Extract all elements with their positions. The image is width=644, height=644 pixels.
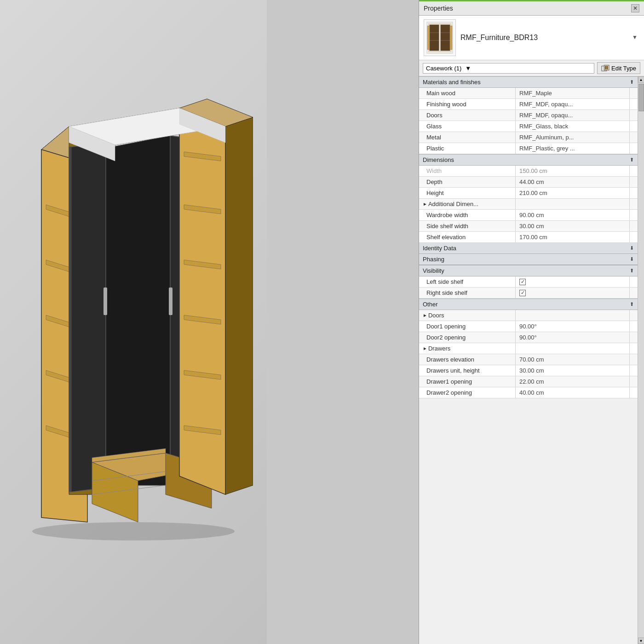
svg-marker-25: [225, 117, 253, 494]
prop-row-width: Width 150.00 cm: [419, 166, 638, 177]
prop-label-drawers-unit-height: Drawers unit, height: [419, 365, 516, 376]
prop-value-door2[interactable]: 90.00°: [516, 332, 629, 343]
prop-icon-right-shelf: [629, 288, 638, 298]
close-button[interactable]: ✕: [631, 4, 639, 12]
family-thumbnail: [424, 19, 456, 56]
prop-icon-drawers-elevation: [629, 354, 638, 365]
svg-marker-26: [179, 108, 225, 494]
prop-icon-drawers-group: [629, 343, 638, 354]
svg-rect-49: [605, 66, 606, 69]
prop-label-right-shelf: Right side shelf: [419, 288, 516, 298]
prop-value-right-shelf[interactable]: ✓: [516, 288, 629, 298]
prop-value-left-shelf[interactable]: ✓: [516, 276, 629, 287]
prop-row-glass: Glass RMF_Glass, black: [419, 121, 638, 132]
prop-icon-drawer1: [629, 376, 638, 387]
prop-value-wardrobe-width[interactable]: 90.00 cm: [516, 210, 629, 220]
prop-icon-doors-mat: [629, 110, 638, 121]
prop-value-additional-dim: [516, 199, 629, 209]
section-identity-collapse: ⬇: [630, 245, 634, 251]
prop-icon-metal: [629, 132, 638, 143]
prop-row-side-shelf-width: Side shelf width 30.00 cm: [419, 221, 638, 232]
prop-value-metal[interactable]: RMF_Aluminum, p...: [516, 132, 629, 143]
prop-value-drawers-group: [516, 343, 629, 354]
prop-value-drawer2[interactable]: 40.00 cm: [516, 387, 629, 398]
prop-row-additional-dim: Additional Dimen...: [419, 199, 638, 210]
prop-label-main-wood: Main wood: [419, 88, 516, 98]
prop-icon-glass: [629, 121, 638, 132]
scroll-up-button[interactable]: ▲: [638, 76, 644, 83]
scroll-down-button[interactable]: ▼: [638, 638, 644, 644]
prop-label-plastic: Plastic: [419, 143, 516, 154]
prop-value-finishing-wood[interactable]: RMF_MDF, opaqu...: [516, 99, 629, 109]
prop-value-glass[interactable]: RMF_Glass, black: [516, 121, 629, 132]
prop-label-metal: Metal: [419, 132, 516, 143]
prop-label-depth: Depth: [419, 177, 516, 187]
section-visibility-label: Visibility: [423, 267, 444, 274]
prop-value-width[interactable]: 150.00 cm: [516, 166, 629, 176]
prop-label-drawers-elevation: Drawers elevation: [419, 354, 516, 365]
prop-row-drawer2: Drawer2 opening 40.00 cm: [419, 387, 638, 398]
prop-value-plastic[interactable]: RMF_Plastic, grey ...: [516, 143, 629, 154]
svg-rect-40: [427, 26, 430, 50]
prop-value-doors-mat[interactable]: RMF_MDF, opaqu...: [516, 110, 629, 121]
prop-label-drawer1: Drawer1 opening: [419, 376, 516, 387]
prop-value-door1[interactable]: 90.00°: [516, 321, 629, 332]
prop-row-height: Height 210.00 cm: [419, 188, 638, 199]
prop-icon-side-shelf-width: [629, 221, 638, 231]
svg-rect-41: [450, 26, 452, 50]
prop-value-depth[interactable]: 44.00 cm: [516, 177, 629, 187]
section-materials[interactable]: Materials and finishes ⬆: [419, 76, 638, 88]
prop-label-additional-dim[interactable]: Additional Dimen...: [419, 199, 516, 209]
prop-row-main-wood: Main wood RMF_Maple: [419, 88, 638, 99]
section-visibility-collapse: ⬆: [630, 268, 634, 274]
category-bar: Casework (1) ▼ Edit Type: [419, 60, 644, 76]
section-dimensions[interactable]: Dimensions ⬆: [419, 154, 638, 166]
svg-marker-13: [69, 143, 106, 492]
section-phasing[interactable]: Phasing ⬇: [419, 254, 638, 265]
prop-row-wardrobe-width: Wardrobe width 90.00 cm: [419, 210, 638, 221]
edit-type-label: Edit Type: [611, 65, 636, 72]
prop-label-doors-group[interactable]: Doors: [419, 310, 516, 321]
prop-row-finishing-wood: Finishing wood RMF_MDF, opaqu...: [419, 99, 638, 110]
scroll-bar: ▲ ▼: [638, 76, 644, 644]
edit-type-button[interactable]: Edit Type: [597, 62, 640, 74]
prop-row-doors-mat: Doors RMF_MDF, opaqu...: [419, 110, 638, 121]
prop-value-drawers-unit-height[interactable]: 30.00 cm: [516, 365, 629, 376]
prop-value-shelf-elevation[interactable]: 170.00 cm: [516, 232, 629, 242]
prop-row-drawers-elevation: Drawers elevation 70.00 cm: [419, 354, 638, 365]
section-other-collapse: ⬆: [630, 301, 634, 307]
prop-label-drawers-group[interactable]: Drawers: [419, 343, 516, 354]
prop-label-width: Width: [419, 166, 516, 176]
checkbox-right-shelf[interactable]: ✓: [519, 290, 526, 296]
prop-row-shelf-elevation: Shelf elevation 170.00 cm: [419, 232, 638, 243]
prop-value-side-shelf-width[interactable]: 30.00 cm: [516, 221, 629, 231]
prop-value-drawers-elevation[interactable]: 70.00 cm: [516, 354, 629, 365]
prop-icon-doors-group: [629, 310, 638, 321]
panel-inner: Materials and finishes ⬆ Main wood RMF_M…: [419, 76, 644, 644]
svg-rect-38: [430, 25, 439, 51]
prop-label-left-shelf: Left side shelf: [419, 276, 516, 287]
prop-label-door1: Door1 opening: [419, 321, 516, 332]
category-dropdown-arrow[interactable]: ▼: [465, 65, 471, 72]
section-materials-label: Materials and finishes: [423, 79, 481, 86]
category-select[interactable]: Casework (1) ▼: [423, 63, 594, 74]
prop-label-finishing-wood: Finishing wood: [419, 99, 516, 109]
scroll-thumb[interactable]: [638, 84, 644, 111]
section-phasing-label: Phasing: [423, 256, 444, 263]
checkbox-left-shelf[interactable]: ✓: [519, 279, 526, 285]
prop-icon-door2: [629, 332, 638, 343]
family-dropdown-arrow[interactable]: ▼: [632, 34, 639, 41]
prop-value-drawer1[interactable]: 22.00 cm: [516, 376, 629, 387]
section-visibility[interactable]: Visibility ⬆: [419, 265, 638, 276]
properties-content[interactable]: Materials and finishes ⬆ Main wood RMF_M…: [419, 76, 638, 644]
category-label: Casework (1): [426, 65, 461, 72]
svg-rect-50: [607, 66, 608, 69]
prop-value-height[interactable]: 210.00 cm: [516, 188, 629, 198]
prop-row-doors-group: Doors: [419, 310, 638, 321]
prop-icon-door1: [629, 321, 638, 332]
prop-value-main-wood[interactable]: RMF_Maple: [516, 88, 629, 98]
section-other[interactable]: Other ⬆: [419, 299, 638, 310]
svg-point-0: [32, 522, 235, 540]
section-identity[interactable]: Identity Data ⬇: [419, 243, 638, 254]
prop-label-shelf-elevation: Shelf elevation: [419, 232, 516, 242]
